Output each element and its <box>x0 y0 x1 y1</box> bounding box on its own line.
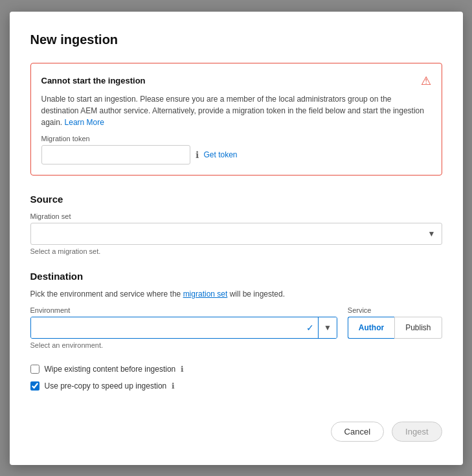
env-check-icon: ✓ <box>302 323 318 333</box>
migration-set-link[interactable]: migration set <box>183 289 228 299</box>
wipe-info-icon: ℹ <box>181 365 184 374</box>
migration-set-label: Migration set <box>30 212 442 220</box>
precopy-label: Use pre-copy to speed up ingestion ℹ <box>45 381 175 391</box>
env-service-row: Environment ✓ ▼ Select an environment. S… <box>30 306 442 349</box>
cancel-button[interactable]: Cancel <box>331 422 384 442</box>
environment-col: Environment ✓ ▼ Select an environment. <box>30 306 337 349</box>
wipe-content-row: Wipe existing content before ingestion ℹ <box>30 365 442 374</box>
error-message: Unable to start an ingestion. Please ens… <box>41 93 431 128</box>
wipe-checkbox[interactable] <box>30 365 39 374</box>
new-ingestion-modal: New ingestion Cannot start the ingestion… <box>10 12 463 465</box>
publish-button[interactable]: Publish <box>394 317 442 339</box>
migration-set-wrapper: ▼ <box>30 223 442 245</box>
service-col: Service Author Publish <box>348 306 442 339</box>
token-row: ℹ Get token <box>41 145 431 164</box>
destination-title: Destination <box>30 271 442 282</box>
info-icon: ℹ <box>196 150 199 160</box>
environment-input[interactable] <box>31 317 302 338</box>
precopy-info-icon: ℹ <box>172 381 175 391</box>
migration-token-input[interactable] <box>41 145 190 164</box>
environment-label: Environment <box>30 306 337 314</box>
error-title: Cannot start the ingestion <box>41 76 146 85</box>
environment-hint: Select an environment. <box>30 341 337 349</box>
learn-more-link[interactable]: Learn More <box>65 118 104 127</box>
destination-description: Pick the environment and service where t… <box>30 289 442 299</box>
warning-icon: ⚠ <box>421 74 431 88</box>
precopy-row: Use pre-copy to speed up ingestion ℹ <box>30 381 442 391</box>
footer: Cancel Ingest <box>30 411 442 442</box>
error-header: Cannot start the ingestion ⚠ <box>41 74 431 88</box>
migration-set-select[interactable] <box>30 223 442 245</box>
get-token-link[interactable]: Get token <box>204 150 238 159</box>
options-section: Wipe existing content before ingestion ℹ… <box>30 365 442 391</box>
environment-input-wrapper: ✓ ▼ <box>30 317 337 339</box>
migration-set-hint: Select a migration set. <box>30 247 442 255</box>
wipe-label: Wipe existing content before ingestion ℹ <box>45 365 184 374</box>
token-label: Migration token <box>41 135 431 142</box>
service-buttons: Author Publish <box>348 317 442 339</box>
author-button[interactable]: Author <box>348 317 394 339</box>
environment-dropdown-button[interactable]: ▼ <box>318 317 337 338</box>
token-section: Migration token ℹ Get token <box>41 135 431 164</box>
service-label: Service <box>348 306 442 314</box>
source-title: Source <box>30 194 442 205</box>
error-box: Cannot start the ingestion ⚠ Unable to s… <box>30 63 442 176</box>
precopy-checkbox[interactable] <box>30 381 39 391</box>
source-section: Source Migration set ▼ Select a migratio… <box>30 194 442 255</box>
ingest-button[interactable]: Ingest <box>392 422 442 442</box>
modal-title: New ingestion <box>30 32 442 47</box>
destination-section: Destination Pick the environment and ser… <box>30 271 442 349</box>
